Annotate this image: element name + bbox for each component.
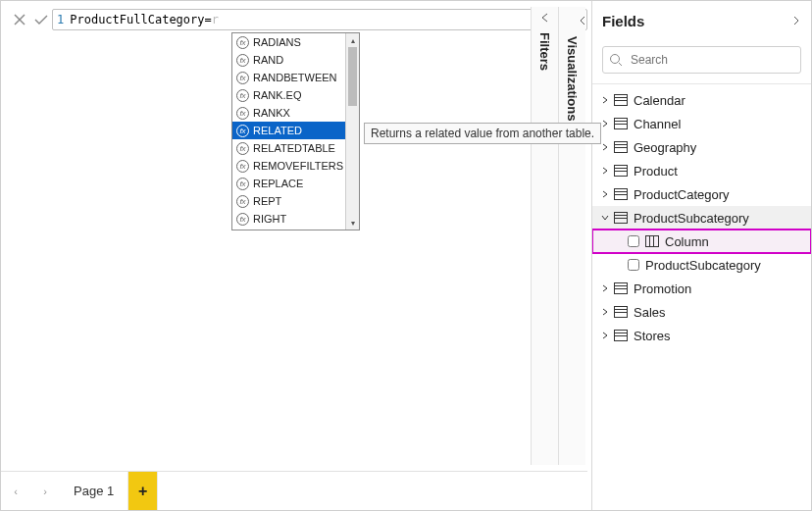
intellisense-list: fxRADIANSfxRANDfxRANDBETWEENfxRANK.EQfxR… bbox=[232, 33, 359, 230]
visualizations-label: Visualizations bbox=[565, 26, 580, 121]
field-table-label: Sales bbox=[634, 305, 666, 320]
field-table-label: ProductCategory bbox=[634, 187, 730, 202]
function-icon: fx bbox=[236, 89, 249, 102]
field-table-label: Calendar bbox=[634, 93, 685, 108]
function-icon: fx bbox=[236, 178, 249, 190]
svg-point-2 bbox=[611, 55, 620, 64]
search-input[interactable] bbox=[629, 52, 794, 68]
intellisense-item-label: RANKX bbox=[253, 107, 290, 119]
scroll-down-icon[interactable]: ▾ bbox=[346, 216, 359, 230]
field-table-row[interactable]: Product bbox=[592, 159, 811, 182]
intellisense-item[interactable]: fxREPLACE bbox=[232, 175, 359, 192]
formula-line-number: 1 bbox=[57, 13, 64, 26]
collapse-fields-button[interactable] bbox=[575, 13, 590, 28]
field-table-row[interactable]: ProductSubcategory bbox=[592, 206, 811, 230]
scroll-up-icon[interactable]: ▴ bbox=[346, 33, 359, 47]
function-icon: fx bbox=[236, 125, 249, 137]
chevron-right-icon bbox=[600, 96, 610, 104]
visualizations-pane-collapsed[interactable]: · Visualizations bbox=[558, 7, 585, 465]
formula-text-suffix: r bbox=[212, 13, 219, 26]
function-icon: fx bbox=[236, 72, 249, 84]
intellisense-item-label: RADIANS bbox=[253, 36, 301, 48]
field-checkbox[interactable] bbox=[628, 235, 639, 247]
field-table-row[interactable]: Geography bbox=[592, 135, 811, 159]
table-icon bbox=[614, 165, 628, 177]
field-column-row[interactable]: Column bbox=[592, 230, 811, 253]
intellisense-item[interactable]: fxRIGHT bbox=[232, 210, 359, 228]
intellisense-item-label: RELATEDTABLE bbox=[253, 142, 335, 154]
scroll-thumb[interactable] bbox=[348, 47, 357, 106]
table-icon bbox=[614, 212, 628, 224]
fields-pane: Fields CalendarChannelGeographyProductPr… bbox=[591, 1, 811, 510]
formula-bar: 1 ProductFullCategory=r bbox=[9, 9, 587, 30]
chevron-right-icon bbox=[600, 167, 610, 175]
field-table-label: Geography bbox=[634, 140, 696, 155]
app-window: 1 ProductFullCategory=r fxRADIANSfxRANDf… bbox=[0, 0, 812, 511]
filters-pane-collapsed[interactable]: Filters bbox=[531, 7, 558, 465]
field-checkbox[interactable] bbox=[628, 259, 639, 271]
function-icon: fx bbox=[236, 107, 249, 120]
search-icon bbox=[609, 53, 623, 67]
field-table-row[interactable]: Promotion bbox=[592, 277, 811, 300]
intellisense-item[interactable]: fxRELATED bbox=[232, 122, 359, 139]
field-table-row[interactable]: Calendar bbox=[592, 88, 811, 112]
search-box[interactable] bbox=[602, 46, 801, 74]
field-table-row[interactable]: Sales bbox=[592, 300, 811, 324]
field-table-row[interactable]: ProductCategory bbox=[592, 182, 811, 206]
chevron-right-icon bbox=[600, 120, 610, 128]
chevron-right-icon bbox=[600, 143, 610, 151]
add-page-button[interactable]: + bbox=[128, 472, 158, 511]
field-table-label: Promotion bbox=[634, 281, 691, 296]
field-table-row[interactable]: Stores bbox=[592, 324, 811, 347]
field-column-row[interactable]: ProductSubcategory bbox=[592, 253, 811, 277]
formula-cancel-button[interactable] bbox=[9, 9, 30, 30]
intellisense-dropdown[interactable]: fxRADIANSfxRANDfxRANDBETWEENfxRANK.EQfxR… bbox=[231, 32, 360, 230]
chevron-right-icon bbox=[600, 332, 610, 339]
field-table-row[interactable]: Channel bbox=[592, 112, 811, 135]
intellisense-item-label: REPLACE bbox=[253, 178, 303, 189]
formula-text: ProductFullCategory= bbox=[70, 13, 212, 26]
field-column-label: ProductSubcategory bbox=[645, 258, 761, 273]
intellisense-item-label: RAND bbox=[253, 54, 283, 66]
page-tabs: ‹ › Page 1 + bbox=[1, 471, 587, 510]
chevron-right-icon bbox=[600, 308, 610, 316]
expand-filters-icon[interactable] bbox=[532, 7, 558, 23]
table-icon bbox=[614, 330, 628, 341]
table-icon bbox=[614, 306, 628, 318]
intellisense-item[interactable]: fxRELATEDTABLE bbox=[232, 139, 359, 157]
chevron-right-icon bbox=[600, 284, 610, 292]
field-table-label: Stores bbox=[634, 329, 671, 343]
table-icon bbox=[614, 282, 628, 294]
chevron-right-icon bbox=[600, 190, 610, 198]
formula-commit-button[interactable] bbox=[30, 9, 52, 30]
filters-label: Filters bbox=[537, 23, 552, 71]
tab-prev-button[interactable]: ‹ bbox=[1, 485, 30, 497]
function-icon: fx bbox=[236, 142, 249, 155]
function-icon: fx bbox=[236, 213, 249, 226]
table-icon bbox=[614, 94, 628, 106]
table-icon bbox=[614, 118, 628, 129]
function-icon: fx bbox=[236, 195, 249, 208]
intellisense-item-label: RIGHT bbox=[253, 213, 286, 225]
fields-header: Fields bbox=[592, 1, 811, 40]
intellisense-item[interactable]: fxRANDBETWEEN bbox=[232, 69, 359, 86]
intellisense-item[interactable]: fxRADIANS bbox=[232, 33, 359, 51]
field-table-label: Product bbox=[634, 164, 678, 179]
tab-next-button[interactable]: › bbox=[30, 485, 60, 497]
intellisense-scrollbar[interactable]: ▴ ▾ bbox=[345, 33, 359, 230]
intellisense-item-label: RANK.EQ bbox=[253, 89, 302, 101]
table-icon bbox=[614, 141, 628, 153]
intellisense-item-label: REMOVEFILTERS bbox=[253, 160, 343, 172]
page-tab-1[interactable]: Page 1 bbox=[60, 472, 128, 511]
field-column-label: Column bbox=[665, 234, 709, 249]
chevron-down-icon bbox=[600, 214, 610, 222]
intellisense-item-label: REPT bbox=[253, 195, 281, 207]
intellisense-item[interactable]: fxRANKX bbox=[232, 104, 359, 122]
intellisense-item[interactable]: fxRANK.EQ bbox=[232, 86, 359, 104]
formula-input[interactable]: 1 ProductFullCategory=r bbox=[52, 9, 587, 30]
intellisense-item[interactable]: fxRAND bbox=[232, 51, 359, 69]
field-table-label: Channel bbox=[634, 117, 681, 131]
intellisense-item[interactable]: fxREMOVEFILTERS bbox=[232, 157, 359, 175]
fields-forward-icon[interactable] bbox=[791, 16, 801, 26]
intellisense-item[interactable]: fxREPT bbox=[232, 192, 359, 210]
